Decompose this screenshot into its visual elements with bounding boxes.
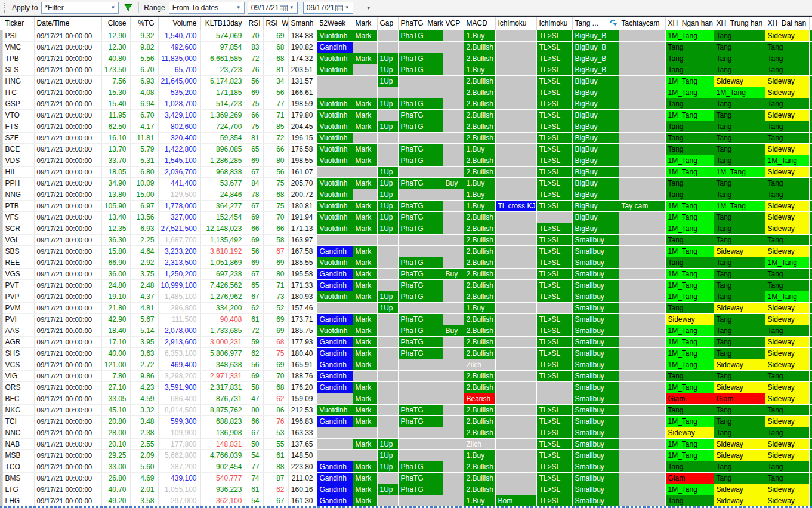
column-header-mark[interactable]: Mark	[353, 17, 377, 30]
cell-ichimoku2	[536, 211, 572, 223]
column-header-rsi[interactable]: RSI	[246, 17, 263, 30]
column-header-ichimoku2[interactable]: Ichimoku	[536, 17, 572, 30]
table-row[interactable]: GSP09/17/21 00:00:0015.406.941,028,70051…	[0, 98, 812, 109]
column-header-tang[interactable]: Tang ...	[572, 17, 619, 30]
column-header-close[interactable]: Close	[101, 17, 130, 30]
column-header-volume[interactable]: Volume	[158, 17, 200, 30]
cell-xh_dai_han: Sideway	[765, 381, 809, 393]
table-row[interactable]: SBS09/17/21 00:00:0015.804.643,233,2003,…	[0, 245, 812, 257]
cell-close: 36.30	[101, 234, 130, 245]
table-row[interactable]: AGR09/17/21 00:00:0017.103.952,913,6003,…	[0, 336, 812, 347]
table-row[interactable]: SLS09/17/21 00:00:00173.506.7065,70023,7…	[0, 64, 812, 75]
table-row[interactable]: VGI09/17/21 00:00:0036.302.251,687,7001,…	[0, 234, 812, 245]
table-row[interactable]: VFS09/17/21 00:00:0013.4013.56327,000152…	[0, 211, 812, 223]
table-row[interactable]: FTS09/17/21 00:00:0062.504.17802,600724,…	[0, 121, 812, 132]
table-row[interactable]: BMS09/17/21 00:00:0026.804.69439,100540,…	[0, 472, 812, 484]
table-row[interactable]: NNC09/17/21 00:00:0028.002.38109,900136,…	[0, 427, 812, 438]
table-row[interactable]: TCO09/17/21 00:00:0033.005.60387,200902,…	[0, 461, 812, 472]
table-row[interactable]: AAS09/17/21 00:00:0018.405.142,078,0001,…	[0, 325, 812, 336]
table-row[interactable]: SZE09/17/21 00:00:0016.1011.81320,40059,…	[0, 132, 812, 143]
table-row[interactable]: BCE09/17/21 00:00:0013.705.791,422,80089…	[0, 143, 812, 155]
cell-cutoff	[809, 109, 812, 121]
filter-select[interactable]: *Filter ▼	[41, 2, 119, 14]
cell-ichimoku2: TL>SL	[536, 438, 572, 449]
table-row[interactable]: PTB09/17/21 00:00:00105.906.971,778,0003…	[0, 200, 812, 211]
cell-tachtaycam	[619, 245, 665, 257]
table-row[interactable]: NAB09/17/21 00:00:0020.102.55177,800148,…	[0, 438, 812, 449]
table-row[interactable]: SHS09/17/21 00:00:0040.003.636,353,1005,…	[0, 347, 812, 359]
cell-macd: 2.Bullish	[464, 234, 495, 245]
cell-xh_ngan_han: 1M_Tang	[665, 381, 714, 393]
date-to-picker[interactable]: 09/17/21 ▼	[303, 2, 353, 14]
table-row[interactable]: PPH09/17/21 00:00:0034.9010.09441,40053,…	[0, 177, 812, 189]
cell-volume: 441,400	[158, 177, 200, 189]
table-row[interactable]: VCS09/17/21 00:00:00121.002.72469,400348…	[0, 359, 812, 370]
column-header-phatg_mark[interactable]: PhaTG_Mark	[398, 17, 443, 30]
table-row[interactable]: NKG09/17/21 00:00:0045.103.328,814,5008,…	[0, 404, 812, 415]
column-header-gap[interactable]: Gap	[377, 17, 398, 30]
table-row[interactable]: LHG09/17/21 00:00:0049.203.58297,000362,…	[0, 495, 812, 506]
cell-mark: Mark	[353, 98, 377, 109]
table-row[interactable]: HII09/17/21 00:00:0018.056.802,036,70096…	[0, 166, 812, 177]
table-row[interactable]: VDS09/17/21 00:00:0033.705.311,545,1001,…	[0, 155, 812, 166]
cell-gap	[377, 109, 398, 121]
table-row[interactable]: PVM09/17/21 00:00:0021.804.81296,800334,…	[0, 302, 812, 313]
table-row[interactable]: MSB09/17/21 00:00:0029.252.095,662,8004,…	[0, 449, 812, 461]
table-row[interactable]: ITC09/17/21 00:00:0015.304.08535,200171,…	[0, 87, 812, 98]
column-header-pctg[interactable]: %TG	[130, 17, 158, 30]
table-row[interactable]: NNG09/17/21 00:00:0013.8015.00129,50024,…	[0, 189, 812, 200]
table-row[interactable]: PVT09/17/21 00:00:0024.802.4810,999,1007…	[0, 279, 812, 291]
table-row[interactable]: SCR09/17/21 00:00:0012.356.9327,521,5001…	[0, 223, 812, 234]
cell-xh_dai_han: Sideway	[765, 393, 809, 404]
cell-tang: BigBuy	[572, 75, 619, 87]
cell-smanh: 191.94	[288, 211, 317, 223]
table-row[interactable]: VIG09/17/21 00:00:007.809.863,298,2002,9…	[0, 370, 812, 381]
cell-close: 7.56	[101, 75, 130, 87]
cell-rsi: 81	[246, 132, 263, 143]
column-header-datetime[interactable]: Date/Time	[34, 17, 101, 30]
column-header-52week[interactable]: 52Week	[317, 17, 353, 30]
cell-tachtaycam	[619, 143, 665, 155]
cell-kltb13day: 24,846	[200, 189, 246, 200]
table-row[interactable]: PSI09/17/21 00:00:0012.909.321,540,70057…	[0, 30, 812, 41]
table-row[interactable]: ORS09/17/21 00:00:0027.104.233,591,9002,…	[0, 381, 812, 393]
table-row[interactable]: LTG09/17/21 00:00:0040.702.011,055,10093…	[0, 484, 812, 495]
column-header-vcp[interactable]: VCP	[443, 17, 464, 30]
column-header-tachtaycam[interactable]: Tachtaycam	[619, 17, 665, 30]
table-row[interactable]: VTO09/17/21 00:00:0011.956.703,429,1001,…	[0, 109, 812, 121]
cell-ichimoku1	[495, 211, 536, 223]
toolbar-grip[interactable]	[4, 3, 8, 13]
table-row[interactable]: HNG09/17/21 00:00:007.566.9321,645,0006,…	[0, 75, 812, 87]
table-row[interactable]: PVI09/17/21 00:00:0042.905.67111,50090,4…	[0, 313, 812, 325]
table-row[interactable]: PVP09/17/21 00:00:0019.104.371,485,1001,…	[0, 291, 812, 302]
cell-ichimoku2: TL>SL	[536, 370, 572, 381]
table-row[interactable]: REE09/17/21 00:00:0066.902.922,313,5001,…	[0, 257, 812, 268]
cell-ticker: SLS	[2, 64, 34, 75]
column-header-xh_dai_han[interactable]: XH_Dai han	[765, 17, 809, 30]
toolbar-overflow-button[interactable]: ▼	[365, 2, 373, 13]
cell-mark: Mark	[353, 245, 377, 257]
column-header-kltb13day[interactable]: KLTB13day	[200, 17, 246, 30]
table-row[interactable]: TCI09/17/21 00:00:0020.803.48599,300688,…	[0, 415, 812, 427]
cell-phatg_mark	[398, 87, 443, 98]
cell-smanh: 180.93	[288, 291, 317, 302]
column-header-xh_ngan_han[interactable]: XH_Ngan han	[665, 17, 714, 30]
column-header-ichimoku1[interactable]: Ichimoku	[495, 17, 536, 30]
filter-apply-button[interactable]	[122, 2, 135, 14]
cell-xh_dai_han: Tang	[765, 279, 809, 291]
range-type-select[interactable]: From-To dates ▼	[169, 2, 245, 14]
column-header-xh_trung_han[interactable]: XH_Trung han	[714, 17, 765, 30]
column-header-smanh[interactable]: Smanh	[288, 17, 317, 30]
cell-xh_trung_han: Sideway	[714, 75, 765, 87]
table-row[interactable]: VMC09/17/21 00:00:0012.309.82492,60097,8…	[0, 41, 812, 53]
cell-tachtaycam	[619, 279, 665, 291]
column-header-macd[interactable]: MACD	[464, 17, 495, 30]
table-row[interactable]: BFC09/17/21 00:00:0033.054.59686,400876,…	[0, 393, 812, 404]
cell-mark	[353, 234, 377, 245]
column-header-ticker[interactable]: Ticker	[2, 17, 34, 30]
table-row[interactable]: TPB09/17/21 00:00:0040.805.5611,835,0006…	[0, 53, 812, 64]
column-header-rsi_w[interactable]: RSI_W	[263, 17, 288, 30]
cell-vcp	[443, 359, 464, 370]
date-from-picker[interactable]: 09/17/21 ▼	[248, 2, 298, 14]
table-row[interactable]: VGS09/17/21 00:00:0036.003.751,250,20069…	[0, 268, 812, 279]
